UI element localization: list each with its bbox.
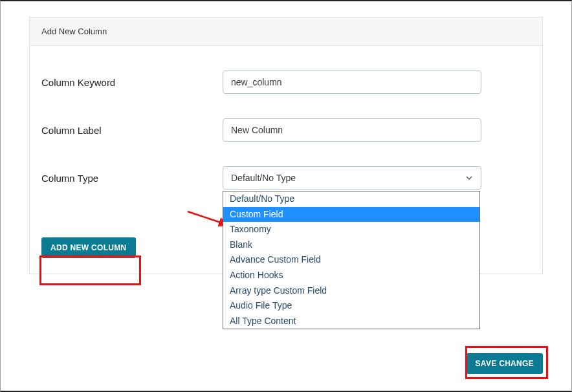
dropdown-option[interactable]: Advance Custom Field	[223, 252, 479, 268]
save-change-button[interactable]: SAVE CHANGE	[467, 353, 543, 374]
dropdown-option[interactable]: Custom Field	[223, 207, 479, 223]
select-value: Default/No Type	[231, 173, 296, 183]
label-keyword: Column Keyword	[41, 77, 223, 88]
panel-body: Column Keyword Column Label Column Type …	[30, 46, 542, 274]
dropdown-option[interactable]: Array type Custom Field	[223, 283, 479, 299]
add-new-column-button[interactable]: ADD NEW COLUMN	[41, 237, 136, 258]
row-keyword: Column Keyword	[41, 71, 531, 94]
dropdown-column-type: Default/No TypeCustom FieldTaxonomyBlank…	[223, 191, 480, 329]
dropdown-option[interactable]: Action Hooks	[223, 268, 479, 283]
dropdown-option[interactable]: Audio File Type	[223, 298, 479, 314]
dropdown-option[interactable]: All Type Content	[223, 314, 479, 329]
label-column-label: Column Label	[41, 125, 223, 136]
row-column-label: Column Label	[41, 118, 531, 142]
row-column-type: Column Type Default/No Type Default/No T…	[41, 166, 531, 190]
label-column-type: Column Type	[41, 173, 223, 184]
chevron-down-icon	[465, 174, 473, 182]
dropdown-option[interactable]: Blank	[223, 237, 479, 253]
panel-title: Add New Column	[30, 17, 542, 46]
dropdown-option[interactable]: Default/No Type	[223, 191, 479, 207]
input-column-label[interactable]	[223, 118, 481, 142]
dropdown-option[interactable]: Taxonomy	[223, 222, 479, 237]
add-column-panel: Add New Column Column Keyword Column Lab…	[29, 17, 543, 274]
input-keyword[interactable]	[223, 71, 481, 94]
select-column-type[interactable]: Default/No Type	[223, 166, 481, 190]
